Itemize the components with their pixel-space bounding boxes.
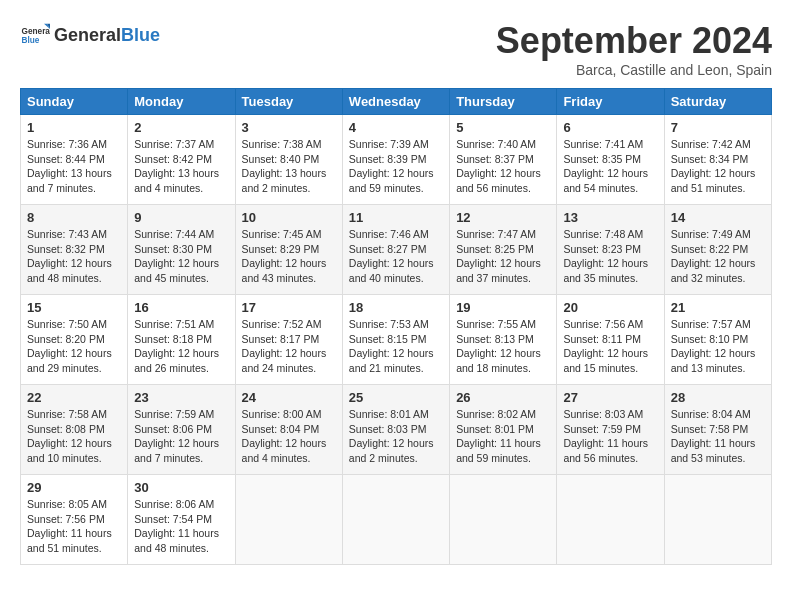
header-row: Sunday Monday Tuesday Wednesday Thursday… — [21, 89, 772, 115]
header-saturday: Saturday — [664, 89, 771, 115]
calendar-cell: 29Sunrise: 8:05 AMSunset: 7:56 PMDayligh… — [21, 475, 128, 565]
calendar-cell — [235, 475, 342, 565]
header-monday: Monday — [128, 89, 235, 115]
calendar-cell: 12Sunrise: 7:47 AMSunset: 8:25 PMDayligh… — [450, 205, 557, 295]
day-number: 25 — [349, 390, 443, 405]
day-number: 28 — [671, 390, 765, 405]
day-number: 13 — [563, 210, 657, 225]
day-info: Sunrise: 8:04 AMSunset: 7:58 PMDaylight:… — [671, 407, 765, 466]
location-subtitle: Barca, Castille and Leon, Spain — [496, 62, 772, 78]
logo-general: General — [54, 25, 121, 45]
svg-text:Blue: Blue — [22, 36, 40, 45]
day-info: Sunrise: 7:53 AMSunset: 8:15 PMDaylight:… — [349, 317, 443, 376]
calendar-cell: 3Sunrise: 7:38 AMSunset: 8:40 PMDaylight… — [235, 115, 342, 205]
day-number: 11 — [349, 210, 443, 225]
day-number: 16 — [134, 300, 228, 315]
day-number: 20 — [563, 300, 657, 315]
day-info: Sunrise: 7:43 AMSunset: 8:32 PMDaylight:… — [27, 227, 121, 286]
calendar-cell: 23Sunrise: 7:59 AMSunset: 8:06 PMDayligh… — [128, 385, 235, 475]
calendar-cell: 16Sunrise: 7:51 AMSunset: 8:18 PMDayligh… — [128, 295, 235, 385]
calendar-cell: 6Sunrise: 7:41 AMSunset: 8:35 PMDaylight… — [557, 115, 664, 205]
header-thursday: Thursday — [450, 89, 557, 115]
day-number: 23 — [134, 390, 228, 405]
day-number: 19 — [456, 300, 550, 315]
day-info: Sunrise: 7:38 AMSunset: 8:40 PMDaylight:… — [242, 137, 336, 196]
calendar-week-4: 22Sunrise: 7:58 AMSunset: 8:08 PMDayligh… — [21, 385, 772, 475]
day-number: 29 — [27, 480, 121, 495]
day-number: 17 — [242, 300, 336, 315]
calendar-cell — [557, 475, 664, 565]
day-number: 9 — [134, 210, 228, 225]
calendar-cell: 10Sunrise: 7:45 AMSunset: 8:29 PMDayligh… — [235, 205, 342, 295]
day-number: 4 — [349, 120, 443, 135]
calendar-cell: 21Sunrise: 7:57 AMSunset: 8:10 PMDayligh… — [664, 295, 771, 385]
day-number: 8 — [27, 210, 121, 225]
header-friday: Friday — [557, 89, 664, 115]
day-info: Sunrise: 7:58 AMSunset: 8:08 PMDaylight:… — [27, 407, 121, 466]
day-info: Sunrise: 7:36 AMSunset: 8:44 PMDaylight:… — [27, 137, 121, 196]
day-info: Sunrise: 8:05 AMSunset: 7:56 PMDaylight:… — [27, 497, 121, 556]
calendar-cell: 1Sunrise: 7:36 AMSunset: 8:44 PMDaylight… — [21, 115, 128, 205]
calendar-cell: 17Sunrise: 7:52 AMSunset: 8:17 PMDayligh… — [235, 295, 342, 385]
calendar-cell: 18Sunrise: 7:53 AMSunset: 8:15 PMDayligh… — [342, 295, 449, 385]
calendar-cell: 27Sunrise: 8:03 AMSunset: 7:59 PMDayligh… — [557, 385, 664, 475]
calendar-cell: 28Sunrise: 8:04 AMSunset: 7:58 PMDayligh… — [664, 385, 771, 475]
day-number: 22 — [27, 390, 121, 405]
month-title: September 2024 — [496, 20, 772, 62]
calendar-table: Sunday Monday Tuesday Wednesday Thursday… — [20, 88, 772, 565]
day-info: Sunrise: 7:46 AMSunset: 8:27 PMDaylight:… — [349, 227, 443, 286]
day-info: Sunrise: 7:42 AMSunset: 8:34 PMDaylight:… — [671, 137, 765, 196]
calendar-cell: 11Sunrise: 7:46 AMSunset: 8:27 PMDayligh… — [342, 205, 449, 295]
day-info: Sunrise: 7:51 AMSunset: 8:18 PMDaylight:… — [134, 317, 228, 376]
day-info: Sunrise: 8:01 AMSunset: 8:03 PMDaylight:… — [349, 407, 443, 466]
day-number: 30 — [134, 480, 228, 495]
day-info: Sunrise: 8:00 AMSunset: 8:04 PMDaylight:… — [242, 407, 336, 466]
day-info: Sunrise: 7:52 AMSunset: 8:17 PMDaylight:… — [242, 317, 336, 376]
calendar-week-3: 15Sunrise: 7:50 AMSunset: 8:20 PMDayligh… — [21, 295, 772, 385]
calendar-cell: 9Sunrise: 7:44 AMSunset: 8:30 PMDaylight… — [128, 205, 235, 295]
day-number: 18 — [349, 300, 443, 315]
calendar-cell: 5Sunrise: 7:40 AMSunset: 8:37 PMDaylight… — [450, 115, 557, 205]
day-info: Sunrise: 7:47 AMSunset: 8:25 PMDaylight:… — [456, 227, 550, 286]
calendar-cell: 14Sunrise: 7:49 AMSunset: 8:22 PMDayligh… — [664, 205, 771, 295]
day-number: 15 — [27, 300, 121, 315]
calendar-cell: 19Sunrise: 7:55 AMSunset: 8:13 PMDayligh… — [450, 295, 557, 385]
day-number: 5 — [456, 120, 550, 135]
calendar-cell: 2Sunrise: 7:37 AMSunset: 8:42 PMDaylight… — [128, 115, 235, 205]
day-number: 26 — [456, 390, 550, 405]
calendar-cell: 24Sunrise: 8:00 AMSunset: 8:04 PMDayligh… — [235, 385, 342, 475]
calendar-cell: 22Sunrise: 7:58 AMSunset: 8:08 PMDayligh… — [21, 385, 128, 475]
calendar-cell: 13Sunrise: 7:48 AMSunset: 8:23 PMDayligh… — [557, 205, 664, 295]
calendar-cell: 4Sunrise: 7:39 AMSunset: 8:39 PMDaylight… — [342, 115, 449, 205]
day-info: Sunrise: 7:48 AMSunset: 8:23 PMDaylight:… — [563, 227, 657, 286]
day-number: 12 — [456, 210, 550, 225]
calendar-cell: 20Sunrise: 7:56 AMSunset: 8:11 PMDayligh… — [557, 295, 664, 385]
calendar-week-1: 1Sunrise: 7:36 AMSunset: 8:44 PMDaylight… — [21, 115, 772, 205]
svg-text:General: General — [22, 27, 51, 36]
day-info: Sunrise: 7:37 AMSunset: 8:42 PMDaylight:… — [134, 137, 228, 196]
calendar-cell: 26Sunrise: 8:02 AMSunset: 8:01 PMDayligh… — [450, 385, 557, 475]
header-wednesday: Wednesday — [342, 89, 449, 115]
day-number: 2 — [134, 120, 228, 135]
day-info: Sunrise: 8:02 AMSunset: 8:01 PMDaylight:… — [456, 407, 550, 466]
day-number: 10 — [242, 210, 336, 225]
calendar-cell — [342, 475, 449, 565]
calendar-cell — [664, 475, 771, 565]
day-info: Sunrise: 7:50 AMSunset: 8:20 PMDaylight:… — [27, 317, 121, 376]
day-info: Sunrise: 7:55 AMSunset: 8:13 PMDaylight:… — [456, 317, 550, 376]
calendar-cell: 15Sunrise: 7:50 AMSunset: 8:20 PMDayligh… — [21, 295, 128, 385]
day-info: Sunrise: 7:59 AMSunset: 8:06 PMDaylight:… — [134, 407, 228, 466]
calendar-cell: 8Sunrise: 7:43 AMSunset: 8:32 PMDaylight… — [21, 205, 128, 295]
title-area: September 2024 Barca, Castille and Leon,… — [496, 20, 772, 78]
day-info: Sunrise: 8:06 AMSunset: 7:54 PMDaylight:… — [134, 497, 228, 556]
calendar-week-2: 8Sunrise: 7:43 AMSunset: 8:32 PMDaylight… — [21, 205, 772, 295]
day-number: 6 — [563, 120, 657, 135]
day-number: 27 — [563, 390, 657, 405]
header-sunday: Sunday — [21, 89, 128, 115]
logo-icon: General Blue — [20, 20, 50, 50]
day-info: Sunrise: 7:45 AMSunset: 8:29 PMDaylight:… — [242, 227, 336, 286]
day-info: Sunrise: 7:44 AMSunset: 8:30 PMDaylight:… — [134, 227, 228, 286]
logo: General Blue GeneralBlue — [20, 20, 160, 50]
day-info: Sunrise: 7:57 AMSunset: 8:10 PMDaylight:… — [671, 317, 765, 376]
header-tuesday: Tuesday — [235, 89, 342, 115]
